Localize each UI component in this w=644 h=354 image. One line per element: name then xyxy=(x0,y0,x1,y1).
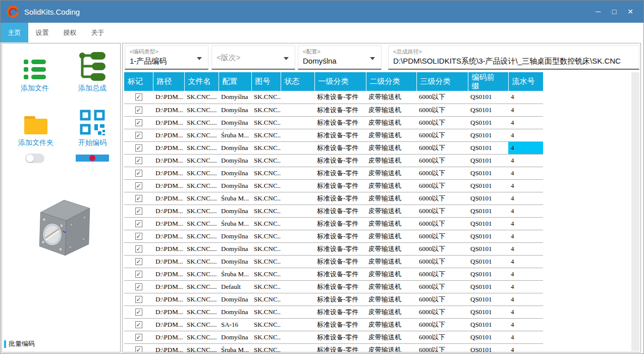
row-checkbox[interactable]: ✓ xyxy=(135,309,142,316)
cell[interactable]: 4 xyxy=(508,280,543,293)
cell[interactable] xyxy=(281,318,314,331)
row-checkbox[interactable]: ✓ xyxy=(135,182,142,189)
cell[interactable]: QS0101 xyxy=(468,179,508,192)
cell[interactable]: 标准设备-零件 xyxy=(314,318,366,331)
cell[interactable]: Default xyxy=(219,280,251,293)
cell[interactable] xyxy=(281,268,314,280)
cell[interactable]: QS0101 xyxy=(468,268,508,280)
column-header[interactable]: 图号 xyxy=(251,72,281,91)
cell[interactable]: 标准设备-零件 xyxy=(314,217,366,230)
cell[interactable]: SK.CNC.... xyxy=(184,167,219,179)
cell[interactable]: QS0101 xyxy=(468,91,508,104)
row-checkbox[interactable]: ✓ xyxy=(135,334,142,341)
code-type-combobox[interactable]: <编码类型> 1-产品编码 xyxy=(125,45,208,70)
row-checkbox[interactable]: ✓ xyxy=(135,107,142,114)
cell[interactable]: SK.CNC... xyxy=(251,306,281,318)
row-checkbox[interactable]: ✓ xyxy=(135,208,142,215)
cell[interactable]: SK.CNC... xyxy=(251,280,281,293)
cell[interactable]: SK.CNC.... xyxy=(184,116,219,129)
cell[interactable]: QS0101 xyxy=(468,230,508,242)
cell[interactable]: 6000以下 xyxy=(416,331,468,343)
cell[interactable]: 标准设备-零件 xyxy=(314,167,366,179)
cell[interactable]: SK.CNC... xyxy=(251,179,281,192)
cell[interactable] xyxy=(281,179,314,192)
cell[interactable]: 标准设备-零件 xyxy=(314,242,366,255)
cell[interactable]: 4 xyxy=(508,230,543,242)
cell[interactable]: Śruba M... xyxy=(219,129,251,141)
cell[interactable]: SK.CNC... xyxy=(251,242,281,255)
cell[interactable]: Domyślna xyxy=(219,293,251,306)
cell[interactable]: Domyślna xyxy=(219,154,251,167)
cell[interactable]: SK.CNC... xyxy=(251,205,281,217)
cell[interactable]: Domyślna xyxy=(219,205,251,217)
row-checkbox[interactable]: ✓ xyxy=(135,144,142,151)
cell[interactable]: QS0101 xyxy=(468,154,508,167)
table-row[interactable]: ✓D:\PDM...SK.CNC....DomyślnaSK.CNC...标准设… xyxy=(124,205,543,217)
cell[interactable]: SK.CNC.... xyxy=(184,293,219,306)
cell[interactable]: 6000以下 xyxy=(416,179,468,192)
cell[interactable]: 6000以下 xyxy=(416,318,468,331)
cell[interactable]: 4 xyxy=(508,179,543,192)
cell[interactable]: SK.CNC... xyxy=(251,318,281,331)
column-header[interactable]: 标记 xyxy=(124,72,153,91)
cell[interactable]: SK.CNC.... xyxy=(184,242,219,255)
row-checkbox[interactable]: ✓ xyxy=(135,346,142,353)
cell[interactable]: 标准设备-零件 xyxy=(314,179,366,192)
cell[interactable]: SK.CNC... xyxy=(251,293,281,306)
cell[interactable]: 皮带输送机 xyxy=(366,116,416,129)
cell[interactable]: QS0101 xyxy=(468,167,508,179)
row-checkbox[interactable]: ✓ xyxy=(135,132,142,139)
cell[interactable]: SK.CNC.... xyxy=(184,205,219,217)
cell[interactable]: QS0101 xyxy=(468,116,508,129)
cell[interactable]: D:\PDM... xyxy=(153,129,184,141)
cell[interactable]: SK.CNC... xyxy=(251,141,281,154)
tab-home[interactable]: 主页 xyxy=(1,23,28,42)
cell[interactable]: 4 xyxy=(508,268,543,280)
cell[interactable]: 4 xyxy=(508,104,543,116)
cell[interactable]: D:\PDM... xyxy=(153,280,184,293)
column-header[interactable]: 一级分类 xyxy=(314,72,366,91)
add-assembly-button[interactable]: 添加总成 xyxy=(66,52,119,93)
cell[interactable]: Domyślna xyxy=(219,141,251,154)
cell[interactable]: D:\PDM... xyxy=(153,179,184,192)
cell[interactable]: SK.CNC.... xyxy=(184,104,219,116)
cell[interactable]: D:\PDM... xyxy=(153,205,184,217)
table-row[interactable]: ✓D:\PDM...SK.CNC....DomyślnaSK.CNC...标准设… xyxy=(124,331,543,343)
cell[interactable] xyxy=(281,192,314,205)
cell[interactable]: SK.CNC.... xyxy=(184,306,219,318)
cell[interactable]: 6000以下 xyxy=(416,129,468,141)
cell[interactable]: 4 xyxy=(508,306,543,318)
cell[interactable]: D:\PDM... xyxy=(153,167,184,179)
table-row[interactable]: ✓D:\PDM...SK.CNC....DomyślnaSK.CNC...标准设… xyxy=(124,306,543,318)
cell[interactable]: SK.CNC.... xyxy=(184,179,219,192)
row-checkbox[interactable]: ✓ xyxy=(135,119,142,126)
cell[interactable] xyxy=(281,306,314,318)
cell[interactable]: 皮带输送机 xyxy=(366,331,416,343)
cell[interactable]: SK.CNC.... xyxy=(184,268,219,280)
cell[interactable]: 皮带输送机 xyxy=(366,230,416,242)
row-checkbox[interactable]: ✓ xyxy=(135,296,142,303)
cell[interactable] xyxy=(281,230,314,242)
cell[interactable]: SK.CNC... xyxy=(251,116,281,129)
cell[interactable]: SK.CNC... xyxy=(251,217,281,230)
table-row[interactable]: ✓D:\PDM...SK.CNC....DomyślnaSK.CNC...标准设… xyxy=(124,116,543,129)
table-row[interactable]: ✓D:\PDM...SK.CNC....DomyślnaSK.CNC...标准设… xyxy=(124,230,543,242)
cell[interactable]: QS0101 xyxy=(468,331,508,343)
cell[interactable]: 4 xyxy=(508,331,543,343)
cell[interactable]: 4 xyxy=(508,255,543,268)
toggle-switch[interactable] xyxy=(25,154,44,163)
table-row[interactable]: ✓D:\PDM...SK.CNC....Śruba M...SK.CNC...标… xyxy=(124,129,543,141)
table-row[interactable]: ✓D:\PDM...SK.CNC....DomyślnaSK.CNC...标准设… xyxy=(124,141,543,154)
cell[interactable]: 6000以下 xyxy=(416,167,468,179)
cell[interactable]: 标准设备-零件 xyxy=(314,293,366,306)
cell[interactable]: QS0101 xyxy=(468,280,508,293)
cell[interactable]: 4 xyxy=(508,293,543,306)
cell[interactable]: SK.CNC... xyxy=(251,331,281,343)
cell[interactable]: Domyślna xyxy=(219,230,251,242)
cell[interactable]: 6000以下 xyxy=(416,280,468,293)
cell[interactable]: 标准设备-零件 xyxy=(314,255,366,268)
table-row[interactable]: ✓D:\PDM...SK.CNC....DomyślnaSK.CNC...标准设… xyxy=(124,91,543,104)
cell[interactable]: 4 xyxy=(508,205,543,217)
table-row[interactable]: ✓D:\PDM...SK.CNC....Śruba M...SK.CNC...标… xyxy=(124,192,543,205)
cell[interactable]: 标准设备-零件 xyxy=(314,192,366,205)
